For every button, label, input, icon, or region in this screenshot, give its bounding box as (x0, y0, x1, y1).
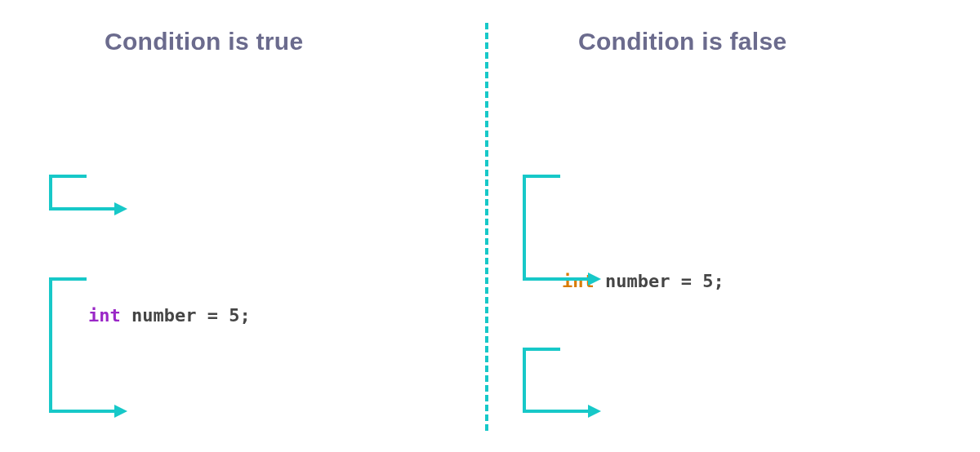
token-text: number = 5; (121, 305, 251, 326)
blank-line (562, 367, 947, 401)
arrow-if-to-body-true (47, 168, 129, 217)
heading-true: Condition is true (105, 28, 474, 55)
blank-line (88, 401, 474, 436)
token-type: int (88, 305, 121, 326)
heading-false: Condition is false (578, 28, 947, 55)
code-true: int number = 5; if (number > 0) { // cod… (88, 93, 474, 452)
code-false: int number = 5; if (number < 0) { // cod… (562, 93, 947, 452)
code-line: int number = 5; (562, 264, 947, 299)
code-line: int number = 5; (88, 299, 474, 333)
token-text: number = 5; (595, 271, 724, 291)
panel-false: Condition is false int number = 5; if (n… (523, 0, 947, 452)
svg-marker-3 (588, 405, 601, 418)
panel-true: Condition is true int number = 5; if (nu… (49, 0, 474, 452)
panel-divider (485, 23, 488, 431)
token-type: int (562, 271, 595, 291)
svg-marker-0 (114, 202, 127, 215)
arrow-else-skip-true (47, 271, 129, 418)
